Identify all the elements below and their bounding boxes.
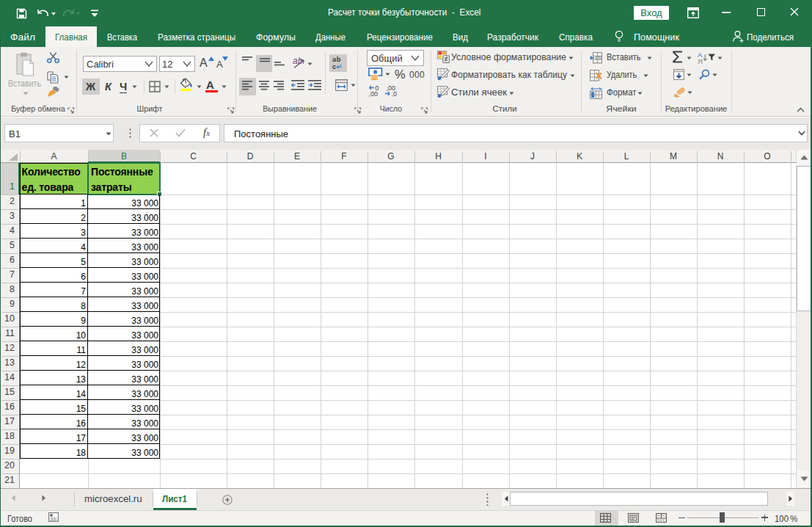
svg-text:,00: ,00 <box>369 90 378 97</box>
svg-text:,0: ,0 <box>392 90 398 97</box>
svg-text:Я: Я <box>698 57 703 65</box>
